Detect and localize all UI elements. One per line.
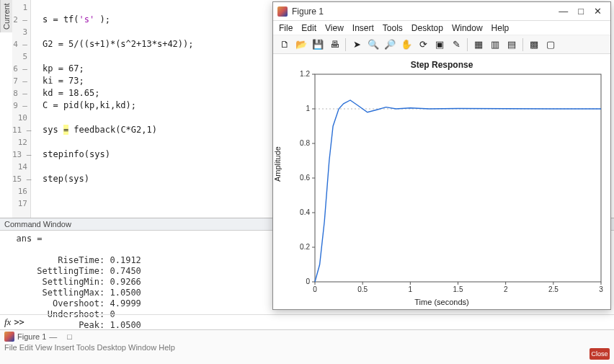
figure-titlebar[interactable]: Figure 1 — □ ✕	[273, 2, 610, 21]
rotate-icon[interactable]: ⟳	[416, 37, 430, 52]
chart-svg: 00.511.522.5300.20.40.60.811.2	[273, 54, 612, 309]
bottom-minimize-button[interactable]: —	[49, 332, 57, 341]
zoom-in-icon[interactable]: 🔍	[366, 37, 381, 52]
svg-text:1.5: 1.5	[453, 285, 463, 293]
menu-desktop[interactable]: Desktop	[411, 23, 443, 33]
svg-text:2.5: 2.5	[548, 285, 559, 293]
figure-menu-bar: FileEditViewInsertToolsDesktopWindowHelp	[273, 21, 610, 35]
matlab-icon	[277, 6, 288, 17]
menu-file[interactable]: File	[279, 23, 293, 33]
close-button[interactable]: ✕	[594, 6, 602, 17]
pointer-icon[interactable]: ➤	[350, 37, 364, 52]
colorbar-icon[interactable]: ▥	[488, 37, 502, 52]
brush-icon[interactable]: ✎	[449, 37, 463, 52]
svg-text:0.8: 0.8	[300, 139, 310, 147]
save-icon[interactable]: 💾	[311, 37, 325, 52]
svg-text:0.4: 0.4	[300, 208, 310, 216]
minimize-button[interactable]: —	[559, 6, 568, 17]
command-prompt: >>	[14, 317, 24, 327]
editor-gutter: 12 –34 –56 –7 –8 –9 –1011 –1213 –1415 –1…	[12, 0, 31, 218]
bottom-menu-bar: File Edit View Insert Tools Desktop Wind…	[4, 343, 610, 352]
bottom-figure-title: Figure 1	[17, 332, 46, 341]
menu-help[interactable]: Help	[491, 23, 510, 33]
svg-text:1: 1	[409, 285, 413, 293]
legend-icon[interactable]: ▤	[504, 37, 519, 52]
datatip-icon[interactable]: ▣	[432, 37, 447, 52]
link-icon[interactable]: ▦	[471, 37, 486, 52]
svg-text:2: 2	[504, 285, 508, 293]
open-icon[interactable]: 📂	[294, 37, 308, 52]
figure-window: Figure 1 — □ ✕ FileEditViewInsertToolsDe…	[272, 1, 611, 310]
pan-icon[interactable]: ✋	[399, 37, 414, 52]
new-icon[interactable]: 🗋	[277, 37, 292, 52]
maximize-button[interactable]: □	[578, 6, 584, 17]
svg-text:0: 0	[313, 285, 317, 293]
zoom-out-icon[interactable]: 🔎	[383, 37, 397, 52]
menu-window[interactable]: Window	[452, 23, 483, 33]
layout-icon[interactable]: ▩	[527, 37, 541, 52]
menu-tools[interactable]: Tools	[383, 23, 403, 33]
svg-text:3: 3	[599, 285, 603, 293]
editor-side-tab[interactable]: Current	[0, 0, 12, 32]
matlab-icon	[4, 332, 14, 342]
figure-title: Figure 1	[292, 6, 554, 17]
dock-icon[interactable]: ▢	[543, 37, 558, 52]
bottom-figure-strip: Figure 1 — □ File Edit View Insert Tools…	[0, 329, 614, 364]
menu-view[interactable]: View	[325, 23, 344, 33]
fx-icon[interactable]: fx	[4, 316, 11, 328]
svg-text:1.2: 1.2	[300, 70, 310, 78]
close-badge[interactable]: Close	[589, 348, 610, 360]
svg-text:0.2: 0.2	[300, 243, 310, 251]
menu-insert[interactable]: Insert	[352, 23, 374, 33]
svg-text:0.5: 0.5	[357, 285, 368, 293]
svg-text:0.6: 0.6	[300, 174, 310, 182]
svg-text:0: 0	[306, 278, 310, 285]
svg-text:1: 1	[306, 105, 310, 112]
menu-edit[interactable]: Edit	[301, 23, 316, 33]
figure-toolbar: 🗋 📂 💾 🖶 ➤ 🔍 🔎 ✋ ⟳ ▣ ✎ ▦ ▥ ▤ ▩ ▢	[273, 35, 610, 54]
print-icon[interactable]: 🖶	[327, 37, 342, 52]
plot-area: Step Response Amplitude Time (seconds) 0…	[273, 54, 610, 309]
command-prompt-row[interactable]: fx >>	[0, 314, 614, 329]
bottom-maximize-button[interactable]: □	[67, 332, 72, 341]
